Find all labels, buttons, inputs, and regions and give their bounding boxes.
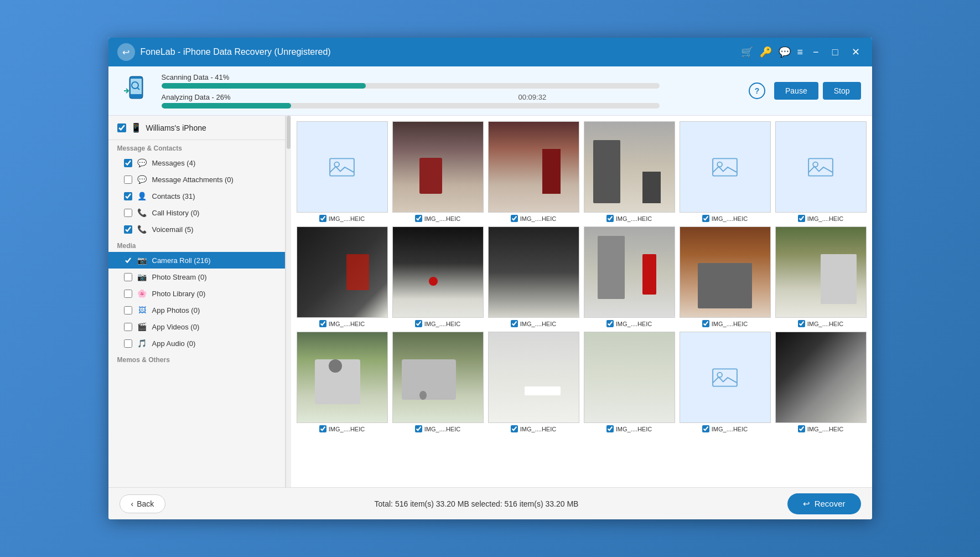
- photo-checkbox[interactable]: [319, 215, 326, 222]
- camera-roll-label: Camera Roll (216): [152, 256, 211, 265]
- minimize-button[interactable]: −: [810, 45, 822, 59]
- photo-checkbox[interactable]: [798, 320, 805, 327]
- stop-button[interactable]: Stop: [823, 82, 861, 100]
- photo-thumb[interactable]: [488, 226, 579, 318]
- photo-checkbox[interactable]: [606, 425, 614, 432]
- sidebar-item-app-photos[interactable]: 🖼 App Photos (0): [108, 302, 285, 318]
- chat-icon[interactable]: 💬: [779, 46, 791, 58]
- photo-cell: IMG_....HEIC: [297, 121, 388, 222]
- photo-thumb-content: [584, 332, 675, 422]
- photo-checkbox[interactable]: [702, 425, 709, 432]
- title-bar: ↩ FoneLab - iPhone Data Recovery (Unregi…: [108, 38, 872, 66]
- camera-roll-checkbox[interactable]: [124, 256, 132, 265]
- sidebar-item-attachments[interactable]: 💬 Message Attachments (0): [108, 171, 285, 188]
- photo-checkbox[interactable]: [319, 320, 326, 327]
- app-audio-checkbox[interactable]: [124, 339, 132, 348]
- photo-library-checkbox[interactable]: [124, 290, 132, 298]
- photo-checkbox[interactable]: [319, 425, 326, 432]
- photo-label: IMG_....HEIC: [415, 215, 460, 222]
- photo-checkbox[interactable]: [511, 215, 518, 222]
- maximize-button[interactable]: □: [829, 45, 842, 59]
- photo-thumb[interactable]: [297, 226, 388, 318]
- sidebar-item-camera-roll[interactable]: 📷 Camera Roll (216): [108, 252, 285, 269]
- call-history-icon: 📞: [137, 208, 148, 217]
- photo-filename: IMG_....HEIC: [424, 215, 460, 222]
- progress-info: Scanning Data - 41% Analyzing Data - 26%…: [162, 73, 740, 109]
- photo-filename: IMG_....HEIC: [712, 215, 748, 222]
- app-icon: ↩: [117, 43, 135, 61]
- photo-thumb[interactable]: [584, 332, 675, 423]
- app-videos-checkbox[interactable]: [124, 323, 132, 331]
- sidebar-item-voicemail[interactable]: 📞 Voicemail (5): [108, 221, 285, 238]
- photo-checkbox[interactable]: [702, 320, 709, 327]
- device-item[interactable]: 📱 Williams's iPhone: [108, 116, 285, 140]
- contacts-checkbox[interactable]: [124, 192, 132, 200]
- photo-thumb[interactable]: [584, 226, 675, 318]
- pause-button[interactable]: Pause: [774, 82, 818, 100]
- photo-thumb[interactable]: [680, 121, 771, 213]
- photo-thumb[interactable]: [680, 332, 771, 423]
- sidebar-item-messages[interactable]: 💬 Messages (4): [108, 154, 285, 171]
- cart-icon[interactable]: 🛒: [741, 46, 753, 58]
- photo-element: [402, 359, 456, 400]
- photo-placeholder: [680, 332, 770, 422]
- app-audio-icon: 🎵: [137, 339, 148, 348]
- back-button[interactable]: ‹ Back: [120, 494, 166, 513]
- photo-thumb[interactable]: [297, 332, 388, 423]
- sidebar-item-app-audio[interactable]: 🎵 App Audio (0): [108, 335, 285, 352]
- photo-element: [593, 140, 620, 203]
- call-history-checkbox[interactable]: [124, 209, 132, 217]
- sidebar-scrollbar[interactable]: [286, 116, 291, 487]
- photo-thumb[interactable]: [775, 332, 867, 423]
- sidebar-item-call-history[interactable]: 📞 Call History (0): [108, 204, 285, 221]
- photo-thumb-content: [297, 332, 387, 422]
- photo-thumb[interactable]: [392, 121, 484, 213]
- photo-checkbox[interactable]: [415, 425, 422, 432]
- photo-label: IMG_....HEIC: [702, 320, 748, 327]
- photo-thumb[interactable]: [488, 332, 579, 423]
- device-name: Williams's iPhone: [146, 123, 206, 132]
- photo-checkbox[interactable]: [511, 320, 518, 327]
- photo-thumb[interactable]: [775, 121, 867, 213]
- photo-thumb[interactable]: [680, 226, 771, 318]
- photo-checkbox[interactable]: [415, 320, 422, 327]
- photo-element: [642, 254, 656, 295]
- voicemail-icon: 📞: [137, 225, 148, 234]
- photo-thumb-content: [489, 122, 579, 212]
- photo-filename: IMG_....HEIC: [616, 426, 652, 432]
- voicemail-checkbox[interactable]: [124, 225, 132, 234]
- photo-thumb-content: [393, 122, 483, 212]
- sidebar-item-photo-library[interactable]: 🌸 Photo Library (0): [108, 285, 285, 302]
- photo-placeholder: [776, 122, 866, 212]
- photo-checkbox[interactable]: [702, 215, 709, 222]
- device-checkbox[interactable]: [117, 123, 126, 132]
- app-photos-checkbox[interactable]: [124, 306, 132, 314]
- photo-cell: IMG_....HEIC: [297, 226, 388, 327]
- photo-thumb[interactable]: [392, 332, 484, 423]
- sidebar-item-photo-stream[interactable]: 📷 Photo Stream (0): [108, 269, 285, 285]
- photo-thumb[interactable]: [584, 121, 675, 213]
- help-button[interactable]: ?: [749, 82, 765, 99]
- photo-filename: IMG_....HEIC: [520, 321, 556, 327]
- photo-thumb[interactable]: [297, 121, 388, 213]
- photo-checkbox[interactable]: [415, 215, 422, 222]
- photo-element: [542, 149, 561, 194]
- photo-thumb[interactable]: [488, 121, 579, 213]
- photo-stream-checkbox[interactable]: [124, 273, 132, 281]
- recover-button[interactable]: ↩ Recover: [787, 493, 861, 514]
- photo-checkbox[interactable]: [511, 425, 518, 432]
- photo-checkbox[interactable]: [606, 215, 614, 222]
- photo-checkbox[interactable]: [606, 320, 614, 327]
- pin-icon[interactable]: 🔑: [760, 46, 772, 58]
- photo-checkbox[interactable]: [798, 425, 805, 432]
- photo-filename: IMG_....HEIC: [712, 426, 748, 432]
- photo-checkbox[interactable]: [798, 215, 805, 222]
- sidebar-item-app-videos[interactable]: 🎬 App Videos (0): [108, 318, 285, 335]
- photo-thumb[interactable]: [775, 226, 867, 318]
- attachments-checkbox[interactable]: [124, 176, 132, 184]
- menu-icon[interactable]: ≡: [797, 47, 803, 58]
- sidebar-item-contacts[interactable]: 👤 Contacts (31): [108, 188, 285, 204]
- messages-checkbox[interactable]: [124, 159, 132, 167]
- photo-thumb[interactable]: [392, 226, 484, 318]
- close-button[interactable]: ✕: [848, 45, 863, 59]
